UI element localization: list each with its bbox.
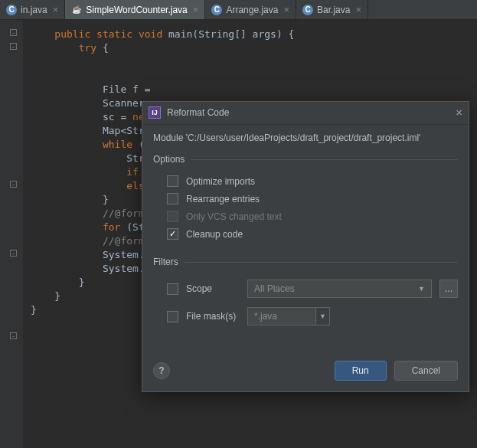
scope-combobox[interactable]: All Places ▼ <box>247 280 432 298</box>
chevron-down-icon: ▼ <box>418 285 425 293</box>
file-mask-label: File mask(s) <box>186 311 240 322</box>
reformat-code-dialog: IJ Reformat Code × Module 'C:/Users/user… <box>142 101 469 392</box>
fold-marker-icon[interactable]: - <box>10 181 17 188</box>
tab-simplewordcounter[interactable]: ☕ SimpleWordCounter.java × <box>65 0 205 19</box>
tab-label: SimpleWordCounter.java <box>86 5 188 15</box>
fold-marker-icon[interactable]: - <box>10 29 17 36</box>
rearrange-entries-label: Rearrange entries <box>186 194 260 204</box>
close-icon[interactable]: × <box>283 4 289 15</box>
dialog-footer: ? Run Cancel <box>142 353 469 391</box>
close-icon[interactable]: × <box>193 4 199 15</box>
fold-marker-icon[interactable]: - <box>10 43 17 50</box>
cleanup-code-label: Cleanup code <box>186 229 243 240</box>
class-icon: C <box>6 5 17 15</box>
fold-marker-icon[interactable]: - <box>10 250 17 257</box>
help-button[interactable]: ? <box>153 362 170 379</box>
dialog-titlebar: IJ Reformat Code × <box>142 102 469 125</box>
close-icon[interactable]: × <box>53 4 59 15</box>
tab-in-java[interactable]: C in.java × <box>0 0 65 19</box>
tab-arrange[interactable]: C Arrange.java × <box>205 0 296 19</box>
java-file-icon: ☕ <box>71 5 82 15</box>
editor-tabs: C in.java × ☕ SimpleWordCounter.java × C… <box>0 0 477 20</box>
scope-label: Scope <box>186 283 240 294</box>
tab-label: Bar.java <box>317 5 350 15</box>
scope-checkbox[interactable] <box>167 283 178 295</box>
cleanup-code-checkbox[interactable] <box>167 228 178 240</box>
options-section-label: Options <box>153 154 458 165</box>
intellij-icon: IJ <box>149 106 161 119</box>
optimize-imports-label: Optimize imports <box>186 176 255 187</box>
dialog-close-icon[interactable]: × <box>456 106 462 119</box>
close-icon[interactable]: × <box>355 4 361 15</box>
run-button[interactable]: Run <box>335 361 387 381</box>
module-path: Module 'C:/Users/user/IdeaProjects/draft… <box>153 132 458 143</box>
dialog-body: Module 'C:/Users/user/IdeaProjects/draft… <box>142 125 469 338</box>
file-mask-checkbox[interactable] <box>167 311 178 322</box>
file-mask-input[interactable]: *.java <box>247 307 316 325</box>
rearrange-entries-checkbox[interactable] <box>167 193 178 204</box>
optimize-imports-checkbox[interactable] <box>167 175 178 187</box>
class-icon: C <box>302 5 313 15</box>
class-icon: C <box>211 5 222 15</box>
file-mask-dropdown[interactable]: ▼ <box>316 307 330 325</box>
dialog-title: Reformat Code <box>167 107 456 118</box>
tab-bar[interactable]: C Bar.java × <box>296 0 368 19</box>
tab-label: Arrange.java <box>226 5 278 15</box>
cancel-button[interactable]: Cancel <box>394 361 458 381</box>
vcs-changed-checkbox <box>167 211 178 222</box>
fold-marker-icon[interactable]: - <box>10 332 17 339</box>
vcs-changed-label: Only VCS changed text <box>186 211 282 222</box>
scope-browse-button[interactable]: ... <box>439 280 458 298</box>
gutter: - - - - - <box>0 20 23 448</box>
tab-label: in.java <box>21 5 47 15</box>
filters-section-label: Filters <box>153 257 458 267</box>
